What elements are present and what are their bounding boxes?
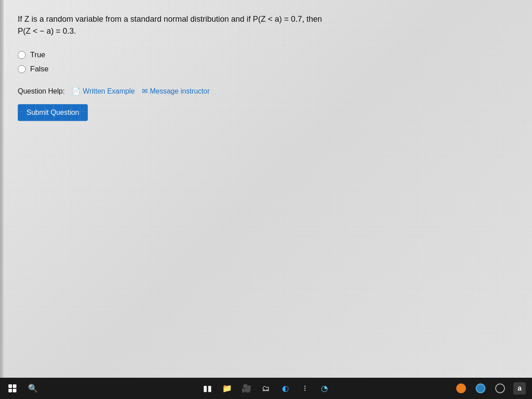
grid-icon: ⁝ [304,383,306,393]
question-line2: P(Z < − a) = 0.3. [18,27,76,35]
folder-icon: 🗂 [262,384,270,393]
windows-icon [8,384,16,392]
help-label: Question Help: [18,87,65,95]
taskbar-start-button[interactable] [4,379,21,397]
taskbar-edge-button[interactable]: ◐ [277,379,294,397]
question-help-row: Question Help: 📄 Written Example ✉ Messa… [18,87,514,95]
written-example-label: Written Example [83,87,135,95]
option-true[interactable]: True [18,51,514,59]
edge-icon: ◐ [282,383,289,393]
radio-true[interactable] [18,51,26,59]
circle-orange-icon [456,383,466,393]
taskbar-folder-button[interactable]: 🗂 [257,379,275,397]
files-icon: 📁 [222,383,232,393]
written-example-link[interactable]: 📄 Written Example [72,87,135,95]
submit-question-button[interactable]: Submit Question [18,104,88,121]
option-false-label: False [30,65,49,74]
taskbar-grid-button[interactable]: ⁝ [296,379,314,397]
taskbar: 🔍 ▮▮ 📁 🎥 🗂 ◐ ⁝ ◔ [0,378,532,399]
submit-button-label: Submit Question [27,109,79,116]
taskbar-circle-gray-button[interactable] [491,379,509,397]
options-group: True False [18,51,514,74]
taskbar-edge2-button[interactable]: ◔ [316,379,333,397]
left-accent [0,0,4,378]
circle-gray-icon [495,383,505,393]
main-content: If Z is a random variable from a standar… [0,0,532,378]
message-instructor-link[interactable]: ✉ Message instructor [142,87,210,95]
circle-blue-icon [476,383,485,393]
taskbar-circle-blue-button[interactable] [472,379,489,397]
badge-a-icon: a [513,382,526,395]
taskbar-circle-orange-button[interactable] [452,379,470,397]
taskbar-taskview-button[interactable]: ▮▮ [199,379,216,397]
envelope-icon: ✉ [142,87,148,95]
camera-icon: 🎥 [242,383,251,393]
taskbar-center-items: ▮▮ 📁 🎥 🗂 ◐ ⁝ ◔ [199,379,333,397]
question-text: If Z is a random variable from a standar… [18,13,372,37]
option-true-label: True [30,51,45,59]
taskbar-camera-button[interactable]: 🎥 [238,379,255,397]
option-false[interactable]: False [18,65,514,74]
document-icon: 📄 [72,87,81,95]
taskview-icon: ▮▮ [203,383,212,393]
radio-false[interactable] [18,65,26,73]
edge2-icon: ◔ [321,383,328,393]
taskbar-badge-a-button[interactable]: a [511,379,528,397]
search-icon: 🔍 [28,383,38,393]
question-line1: If Z is a random variable from a standar… [18,15,322,23]
message-instructor-label: Message instructor [150,87,210,95]
taskbar-files-button[interactable]: 📁 [218,379,236,397]
taskbar-right-items: a [452,379,528,397]
taskbar-search-button[interactable]: 🔍 [24,379,42,397]
